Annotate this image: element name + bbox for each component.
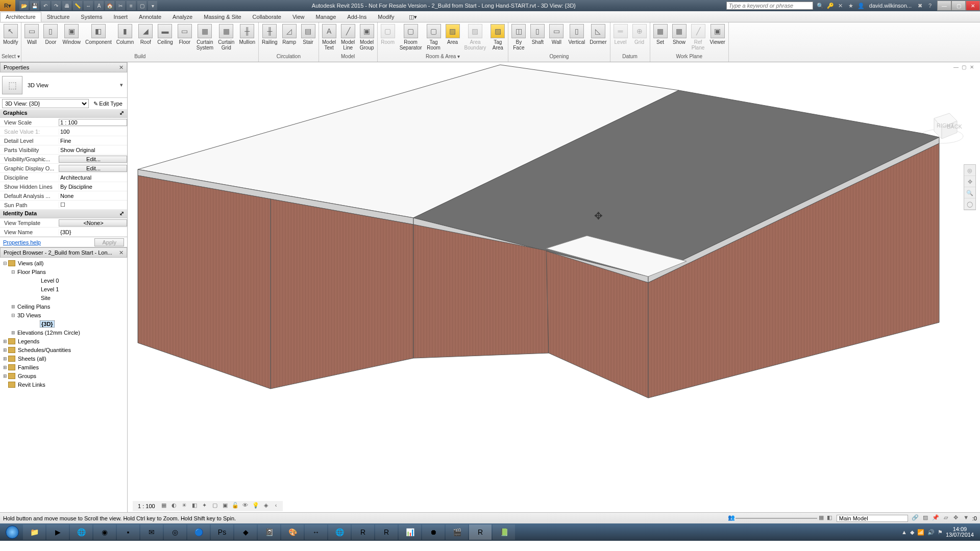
tree-node[interactable]: ⊞Families [1,363,126,371]
property-row[interactable]: Graphic Display O...Edit... [0,164,127,173]
tree-node[interactable]: Revit Links [1,380,126,389]
save-icon[interactable]: 💾 [30,1,39,10]
room-button[interactable]: ▢Room [379,23,397,46]
tab-addins[interactable]: Add-Ins [341,12,372,22]
expand-icon[interactable]: ⊞ [10,330,16,335]
camtasia-icon[interactable]: ⏺ [422,524,445,540]
more-icon[interactable]: ‹ [272,502,281,510]
tree-label[interactable]: Level 1 [40,286,60,292]
exchange-icon[interactable]: ✕ [837,2,845,10]
design-options-icon[interactable]: ◧ [825,514,834,522]
expand-icon[interactable]: ⊟ [10,269,16,274]
powerpoint-icon[interactable]: 📊 [399,524,421,540]
text-icon[interactable]: A [94,1,104,10]
category-identity[interactable]: Identity Data⤢ [0,210,127,218]
help-icon[interactable]: ? [926,2,934,10]
temporary-hide-icon[interactable]: 👁 [241,502,250,510]
show-button[interactable]: ▦Show [670,23,689,46]
tree-node[interactable]: ⊞Elevations (12mm Circle) [1,328,126,337]
property-value[interactable]: ☐ [59,202,127,208]
wall-button[interactable]: ▭Wall [22,23,41,46]
roomseparator-button[interactable]: ▢RoomSeparator [398,23,424,52]
property-row[interactable]: Scale Value 1:100 [0,127,127,136]
property-value[interactable]: Architectural [59,174,127,181]
property-value[interactable]: Fine [59,138,127,144]
workset-icon[interactable]: 👥 [727,514,736,522]
property-row[interactable]: DisciplineArchitectural [0,173,127,182]
sun-path-icon[interactable]: ☀ [180,502,189,510]
revit-icon[interactable]: R [469,524,492,540]
ceiling-button[interactable]: ▬Ceiling [155,23,175,46]
property-value[interactable]: <None> [59,219,127,227]
tab-architecture[interactable]: Architecture [0,12,41,22]
filter-icon[interactable]: ▼ [962,514,970,522]
expand-icon[interactable]: ⊞ [2,365,8,370]
maximize-button[interactable]: ▢ [951,1,966,11]
undo-icon[interactable]: ↶ [41,1,50,10]
window-button[interactable]: ▣Window [60,23,83,46]
stair-button[interactable]: ▤Stair [299,23,317,46]
cmd-icon[interactable]: ▪ [117,524,139,540]
tree-node[interactable]: ⊞Sheets (all) [1,354,126,363]
chrome-icon[interactable]: ◉ [93,524,116,540]
tree-label[interactable]: Revit Links [17,382,46,388]
floor-button[interactable]: ▭Floor [176,23,194,46]
visual-style-icon[interactable]: ◐ [169,502,179,510]
tab-structure[interactable]: Structure [41,12,76,22]
vs-icon[interactable]: ◆ [234,524,257,540]
tree-node[interactable]: ⊞Schedules/Quantities [1,345,126,354]
property-row[interactable]: Show Hidden LinesBy Discipline [0,182,127,191]
tagarea-button[interactable]: ▨TagArea [488,23,507,52]
select-face-icon[interactable]: ▱ [942,514,950,522]
select-links-icon[interactable]: 🔗 [911,514,919,522]
tree-label[interactable]: Schedules/Quantities [17,347,72,353]
property-value[interactable]: {3D} [59,229,127,235]
tree-node[interactable]: Level 0 [1,276,126,285]
redo-icon[interactable]: ↷ [52,1,61,10]
level-button[interactable]: ═Level [611,23,630,46]
tree-node[interactable]: Level 1 [1,285,126,293]
tree-label[interactable]: Floor Plans [16,269,47,275]
properties-help-link[interactable]: Properties help [3,239,41,245]
door-button[interactable]: ▯Door [41,23,60,46]
roof-button[interactable]: ◢Roof [136,23,155,46]
railing-button[interactable]: ╫Railing [260,23,280,46]
tab-analyze[interactable]: Analyze [167,12,198,22]
column-button[interactable]: ▮Column [114,23,136,46]
clock[interactable]: 14:0913/07/2014 [946,527,974,538]
tree-label[interactable]: {3D} [40,320,55,328]
grid-button[interactable]: ⊕Grid [630,23,649,46]
tree-node[interactable]: ⊞Groups [1,371,126,380]
close-inactive-icon[interactable]: ▢ [137,1,146,10]
property-row[interactable]: Default Analysis ...None [0,191,127,201]
close-icon[interactable]: ✕ [119,249,124,256]
tab-insert[interactable]: Insert [108,12,134,22]
ribbon-collapse-icon[interactable]: ◫▾ [405,12,421,22]
collapse-icon[interactable]: ⤢ [119,210,124,217]
onenote-icon[interactable]: 📓 [258,524,280,540]
tree-label[interactable]: Elevations (12mm Circle) [16,330,81,336]
modify-button[interactable]: ↖Modify [1,23,20,46]
refplane-button[interactable]: ╱RefPlane [689,23,707,52]
tree-node[interactable]: Site [1,293,126,302]
chevron-down-icon[interactable]: ▾ [118,82,125,88]
measure-icon[interactable]: 📏 [73,1,82,10]
outlook-icon[interactable]: ✉ [140,524,163,540]
property-row[interactable]: View Name{3D} [0,228,127,237]
tab-annotate[interactable]: Annotate [133,12,167,22]
detail-level-icon[interactable]: ▦ [159,502,168,510]
tree-label[interactable]: Legends [17,338,40,344]
render-icon[interactable]: ✦ [200,502,209,510]
property-row[interactable]: Parts VisibilityShow Original [0,145,127,155]
analytical-icon[interactable]: ◈ [261,502,271,510]
modelgroup-button[interactable]: ▣ModelGroup [358,23,376,52]
mullion-button[interactable]: ╫Mullion [237,23,257,46]
tray-network-icon[interactable]: 📶 [917,529,924,536]
curtaingrid-button[interactable]: ▦CurtainGrid [216,23,236,52]
search-input[interactable] [726,2,813,10]
search-icon[interactable]: 🔍 [816,2,824,10]
tab-systems[interactable]: Systems [75,12,108,22]
property-row[interactable]: View Template<None> [0,218,127,228]
areaboundary-button[interactable]: ▨AreaBoundary [462,23,488,52]
dimension-icon[interactable]: ↔ [84,1,93,10]
